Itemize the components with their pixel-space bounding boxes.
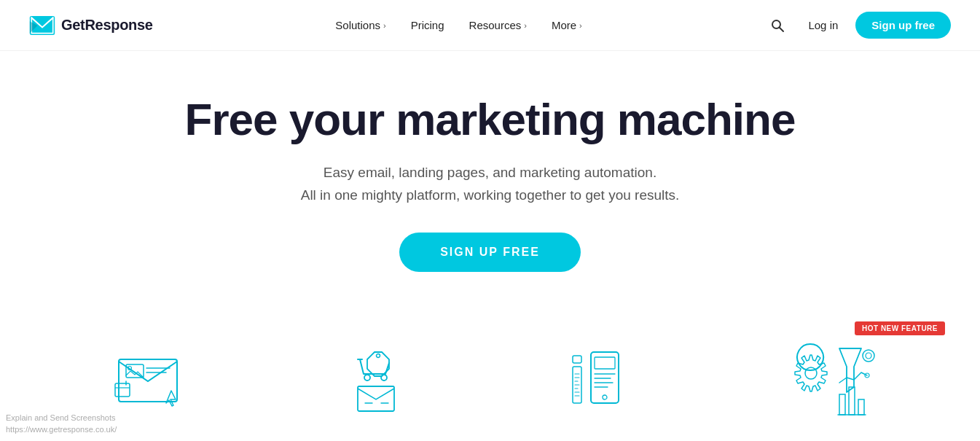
email-marketing-icon [104, 334, 206, 421]
svg-point-25 [603, 395, 607, 399]
search-button[interactable] [764, 12, 791, 39]
nav-resources[interactable]: Resources › [459, 13, 537, 37]
hero-title: Free your marketing machine [185, 95, 796, 144]
pages-icon-wrap [544, 330, 660, 425]
email-icon-wrap [97, 330, 213, 425]
watermark: Explain and Send Screenshots https://www… [6, 413, 117, 435]
solutions-chevron-icon: › [383, 21, 386, 30]
resources-chevron-icon: › [524, 21, 527, 30]
svg-rect-9 [115, 383, 130, 397]
nav-pricing[interactable]: Pricing [401, 13, 455, 37]
automation-icon-wrap [767, 330, 883, 425]
svg-rect-38 [839, 394, 845, 415]
landing-pages-icon [551, 334, 653, 421]
svg-point-14 [364, 375, 370, 380]
features-strip: HOT NEW FEATURE [0, 308, 980, 425]
hero-cta-button[interactable]: SIGN UP FREE [399, 233, 581, 272]
nav-links: Solutions › Pricing Resources › More › [325, 13, 592, 37]
brand-name: GetResponse [61, 17, 153, 34]
svg-line-3 [780, 27, 784, 31]
nav-right: Log in Sign up free [764, 12, 951, 39]
hero-section: Free your marketing machine Easy email, … [0, 51, 980, 308]
marketing-automation-icon [767, 330, 883, 425]
svg-rect-20 [595, 357, 615, 369]
svg-rect-34 [573, 356, 581, 363]
feature-ecommerce [281, 330, 477, 425]
logo[interactable]: GetResponse [29, 15, 153, 36]
cart-icon-wrap [320, 330, 436, 425]
nav-solutions[interactable]: Solutions › [325, 13, 396, 37]
search-icon [770, 18, 785, 33]
logo-icon [29, 15, 55, 36]
more-chevron-icon: › [579, 21, 582, 30]
feature-landing-pages [503, 330, 700, 425]
svg-point-36 [863, 350, 874, 362]
feature-email [57, 330, 254, 425]
svg-rect-16 [358, 386, 394, 411]
svg-point-37 [866, 353, 871, 359]
ecommerce-icon [327, 334, 429, 421]
svg-rect-40 [858, 399, 864, 415]
navbar: GetResponse Solutions › Pricing Resource… [0, 0, 980, 51]
login-button[interactable]: Log in [796, 13, 850, 37]
svg-point-13 [377, 354, 380, 357]
svg-rect-39 [849, 387, 855, 415]
svg-point-15 [381, 375, 387, 380]
hot-new-feature-badge: HOT NEW FEATURE [855, 321, 945, 335]
nav-more[interactable]: More › [541, 13, 592, 37]
hero-subtitle: Easy email, landing pages, and marketing… [301, 162, 680, 206]
signup-button[interactable]: Sign up free [855, 12, 951, 39]
feature-automation [726, 330, 923, 425]
svg-point-35 [805, 367, 817, 379]
